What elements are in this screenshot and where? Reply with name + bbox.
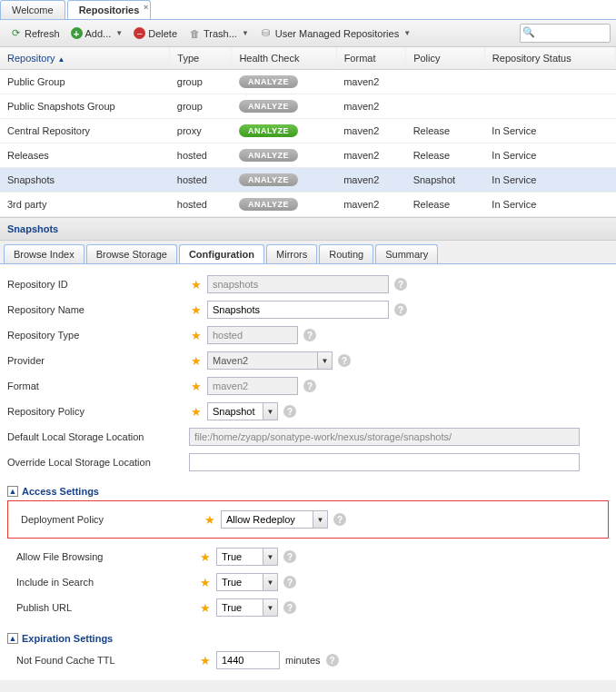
- help-icon[interactable]: ?: [394, 303, 407, 316]
- col-repository[interactable]: Repository▲: [0, 47, 170, 70]
- panel-title: Snapshots: [0, 217, 616, 241]
- tab-repositories[interactable]: Repositories ×: [67, 0, 152, 19]
- cell-name: Public Group: [0, 70, 170, 94]
- fieldset-access: ▲ Access Settings Deployment Policy ★ ▼ …: [7, 486, 609, 620]
- fieldset-legend: Expiration Settings: [22, 633, 113, 644]
- required-icon: ★: [204, 513, 215, 527]
- help-icon[interactable]: ?: [283, 550, 296, 563]
- trash-button[interactable]: 🗑 Trash... ▼: [184, 25, 253, 42]
- collapse-icon[interactable]: ▲: [7, 486, 18, 497]
- row-nfc-ttl: Not Found Cache TTL ★ minutes ?: [7, 648, 609, 673]
- repo-policy-select[interactable]: ▼: [207, 402, 278, 420]
- subtab-routing[interactable]: Routing: [319, 244, 373, 263]
- help-icon[interactable]: ?: [338, 354, 351, 367]
- cell-status: In Service: [484, 119, 615, 143]
- required-icon: ★: [191, 303, 202, 317]
- row-repo-type: Repository Type ★ ?: [7, 322, 609, 348]
- col-format[interactable]: Format: [336, 47, 406, 70]
- required-icon: ★: [191, 278, 202, 292]
- table-row[interactable]: 3rd partyhostedANALYZEmaven2ReleaseIn Se…: [0, 193, 616, 217]
- help-icon[interactable]: ?: [303, 329, 316, 341]
- refresh-button[interactable]: ⟳ Refresh: [5, 25, 64, 42]
- cell-type: hosted: [170, 193, 232, 217]
- chevron-down-icon[interactable]: ▼: [263, 574, 277, 590]
- analyze-button[interactable]: ANALYZE: [239, 149, 298, 162]
- table-row[interactable]: Public GroupgroupANALYZEmaven2: [0, 70, 616, 94]
- col-status[interactable]: Repository Status: [484, 47, 615, 70]
- analyze-button[interactable]: ANALYZE: [239, 75, 298, 88]
- col-type[interactable]: Type: [170, 47, 232, 70]
- database-icon: ⛁: [260, 27, 273, 40]
- default-storage-input: [189, 428, 580, 446]
- button-label: User Managed Repositories: [275, 28, 399, 39]
- analyze-button[interactable]: ANALYZE: [239, 173, 298, 186]
- chevron-down-icon: ▼: [403, 29, 411, 37]
- help-icon[interactable]: ?: [283, 576, 296, 588]
- table-row[interactable]: Public Snapshots GroupgroupANALYZEmaven2: [0, 94, 616, 119]
- help-icon[interactable]: ?: [303, 380, 316, 392]
- chevron-down-icon[interactable]: ▼: [313, 511, 327, 528]
- label-repo-id: Repository ID: [7, 279, 189, 290]
- help-icon[interactable]: ?: [283, 601, 296, 614]
- col-health[interactable]: Health Check: [232, 47, 336, 70]
- table-row[interactable]: Central RepositoryproxyANALYZEmaven2Rele…: [0, 119, 616, 143]
- cell-format: maven2: [336, 193, 406, 217]
- allow-browse-select[interactable]: ▼: [216, 548, 278, 566]
- add-button[interactable]: + Add... ▼: [67, 25, 127, 41]
- highlight-box: Deployment Policy ★ ▼ ?: [7, 500, 609, 539]
- help-icon[interactable]: ?: [283, 405, 296, 418]
- label-provider: Provider: [7, 355, 189, 366]
- help-icon[interactable]: ?: [326, 654, 339, 667]
- chevron-down-icon[interactable]: ▼: [263, 403, 277, 420]
- table-row[interactable]: SnapshotshostedANALYZEmaven2SnapshotIn S…: [0, 168, 616, 193]
- override-storage-input[interactable]: [189, 453, 580, 471]
- subtab-browse-storage[interactable]: Browse Storage: [86, 244, 177, 263]
- button-label: Trash...: [204, 28, 237, 39]
- user-managed-button[interactable]: ⛁ User Managed Repositories ▼: [256, 25, 414, 42]
- collapse-icon[interactable]: ▲: [7, 633, 18, 644]
- label-nfc-ttl: Not Found Cache TTL: [7, 655, 198, 666]
- cell-format: maven2: [336, 94, 406, 119]
- help-icon[interactable]: ?: [394, 278, 407, 291]
- unit-label: minutes: [285, 655, 321, 666]
- repo-name-input[interactable]: [207, 301, 389, 319]
- include-search-select[interactable]: ▼: [216, 573, 278, 591]
- nfc-ttl-input[interactable]: [216, 651, 280, 669]
- repo-policy-value: [208, 403, 263, 420]
- format-input: [207, 377, 298, 395]
- chevron-down-icon[interactable]: ▼: [263, 599, 277, 616]
- cell-format: maven2: [336, 143, 406, 168]
- cell-health: ANALYZE: [232, 143, 336, 168]
- label-repo-name: Repository Name: [7, 304, 189, 315]
- provider-select: ▼: [207, 351, 333, 370]
- cell-health: ANALYZE: [232, 193, 336, 217]
- chevron-down-icon[interactable]: ▼: [263, 549, 277, 565]
- analyze-button[interactable]: ANALYZE: [239, 198, 298, 211]
- cell-name: Central Repository: [0, 119, 170, 143]
- subtab-browse-index[interactable]: Browse Index: [4, 244, 84, 263]
- subtab-summary[interactable]: Summary: [375, 244, 438, 263]
- publish-url-select[interactable]: ▼: [216, 598, 278, 617]
- cell-policy: Snapshot: [406, 168, 485, 193]
- subtabs: Browse Index Browse Storage Configuratio…: [0, 241, 616, 264]
- label-default-storage: Default Local Storage Location: [7, 431, 189, 442]
- row-repo-id: Repository ID ★ ?: [7, 272, 609, 297]
- sort-asc-icon: ▲: [58, 55, 65, 64]
- cell-type: proxy: [170, 119, 232, 143]
- subtab-configuration[interactable]: Configuration: [179, 244, 264, 263]
- delete-button[interactable]: − Delete: [130, 25, 181, 41]
- table-row[interactable]: ReleaseshostedANALYZEmaven2ReleaseIn Ser…: [0, 143, 616, 168]
- close-icon[interactable]: ×: [144, 3, 148, 12]
- fieldset-legend: Access Settings: [22, 486, 99, 497]
- deploy-policy-select[interactable]: ▼: [221, 510, 328, 529]
- tab-welcome[interactable]: Welcome: [0, 0, 65, 19]
- subtab-mirrors[interactable]: Mirrors: [266, 244, 317, 263]
- row-format: Format ★ ?: [7, 373, 609, 399]
- row-default-storage: Default Local Storage Location: [7, 424, 609, 450]
- col-policy[interactable]: Policy: [406, 47, 485, 70]
- analyze-button[interactable]: ANALYZE: [239, 100, 298, 113]
- analyze-button[interactable]: ANALYZE: [239, 124, 298, 137]
- cell-policy: Release: [406, 143, 485, 168]
- help-icon[interactable]: ?: [333, 513, 346, 526]
- cell-health: ANALYZE: [232, 94, 336, 119]
